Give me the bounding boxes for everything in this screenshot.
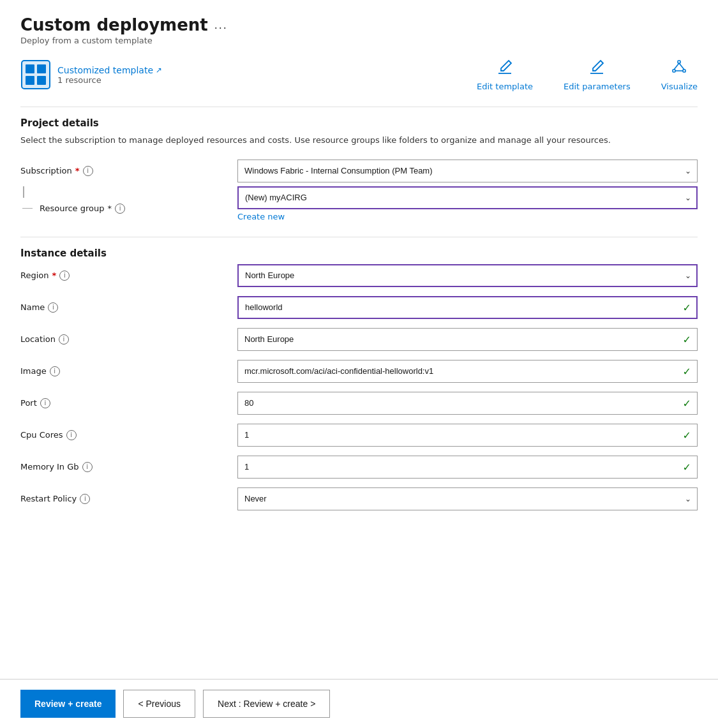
footer-bar: Review + create < Previous Next : Review… [0, 679, 718, 728]
edit-template-icon [496, 58, 514, 78]
page-subtitle: Deploy from a custom template [20, 36, 698, 45]
edit-parameters-action[interactable]: Edit parameters [564, 58, 631, 91]
name-field[interactable]: ✓ [237, 296, 698, 319]
subscription-select[interactable]: Windows Fabric - Internal Consumption (P… [237, 160, 698, 182]
svg-rect-6 [678, 61, 680, 63]
location-info-icon[interactable]: i [59, 334, 69, 345]
visualize-label: Visualize [661, 82, 698, 91]
location-label: Location i [20, 334, 237, 345]
svg-rect-2 [26, 64, 34, 73]
location-input[interactable] [237, 328, 698, 351]
customized-template-link[interactable]: Customized template ↗ [57, 65, 162, 75]
external-link-icon: ↗ [156, 66, 162, 75]
resource-group-label-col: Resource group * i [20, 186, 237, 214]
memory-input[interactable] [237, 456, 698, 479]
image-label: Image i [20, 366, 237, 376]
region-label: Region * i [20, 271, 237, 281]
restart-policy-info-icon[interactable]: i [80, 494, 90, 504]
svg-rect-7 [673, 70, 675, 72]
edit-parameters-label: Edit parameters [564, 82, 631, 91]
review-create-button[interactable]: Review + create [20, 690, 116, 718]
memory-field[interactable]: ✓ [237, 456, 698, 479]
project-details-description: Select the subscription to manage deploy… [20, 134, 698, 147]
image-info-icon[interactable]: i [50, 366, 60, 376]
svg-rect-8 [683, 70, 685, 72]
instance-details-title: Instance details [20, 248, 698, 259]
subscription-field[interactable]: Windows Fabric - Internal Consumption (P… [237, 160, 698, 182]
memory-info-icon[interactable]: i [82, 462, 93, 472]
project-details-title: Project details [20, 117, 698, 129]
visualize-action[interactable]: Visualize [661, 58, 698, 91]
svg-rect-3 [37, 64, 46, 73]
cpu-info-icon[interactable]: i [66, 430, 77, 440]
restart-policy-label: Restart Policy i [20, 494, 237, 504]
template-resource-count: 1 resource [57, 75, 162, 85]
edit-parameters-icon [588, 58, 606, 78]
ellipsis-menu-button[interactable]: ... [214, 19, 228, 32]
next-button[interactable]: Next : Review + create > [203, 690, 330, 718]
image-input[interactable] [237, 360, 698, 383]
subscription-info-icon[interactable]: i [83, 166, 93, 176]
rg-info-icon[interactable]: i [115, 204, 125, 214]
svg-line-10 [679, 63, 684, 70]
restart-policy-select[interactable]: Never [237, 487, 698, 510]
visualize-icon [670, 58, 688, 78]
previous-button[interactable]: < Previous [123, 690, 195, 718]
resource-group-field[interactable]: (New) myACIRG ⌄ [237, 186, 698, 209]
region-select[interactable]: North Europe [237, 264, 698, 287]
rg-required-marker: * [108, 204, 112, 213]
port-input[interactable] [237, 392, 698, 415]
resource-group-label-text: Resource group [40, 204, 105, 213]
cpu-input[interactable] [237, 424, 698, 447]
subscription-required-marker: * [75, 166, 80, 175]
location-field[interactable]: ✓ [237, 328, 698, 351]
resource-group-select[interactable]: (New) myACIRG [237, 186, 698, 209]
edit-template-action[interactable]: Edit template [477, 58, 533, 91]
region-field[interactable]: North Europe ⌄ [237, 264, 698, 287]
cpu-cores-field[interactable]: ✓ [237, 424, 698, 447]
name-label: Name i [20, 302, 237, 313]
svg-rect-5 [37, 76, 46, 85]
region-required-marker: * [52, 271, 57, 280]
port-field[interactable]: ✓ [237, 392, 698, 415]
svg-line-9 [674, 63, 679, 70]
page-title: Custom deployment [20, 15, 208, 34]
template-icon [20, 59, 51, 90]
port-info-icon[interactable]: i [40, 398, 50, 408]
memory-label: Memory In Gb i [20, 462, 237, 472]
edit-template-label: Edit template [477, 82, 533, 91]
image-field[interactable]: ✓ [237, 360, 698, 383]
region-info-icon[interactable]: i [59, 271, 70, 281]
name-info-icon[interactable]: i [48, 302, 58, 313]
cpu-cores-label: Cpu Cores i [20, 430, 237, 440]
subscription-label: Subscription * i [20, 166, 237, 176]
port-label: Port i [20, 398, 237, 408]
svg-rect-4 [26, 76, 34, 85]
name-input[interactable] [237, 296, 698, 319]
restart-policy-field[interactable]: Never ⌄ [237, 487, 698, 510]
create-new-link[interactable]: Create new [237, 212, 698, 221]
